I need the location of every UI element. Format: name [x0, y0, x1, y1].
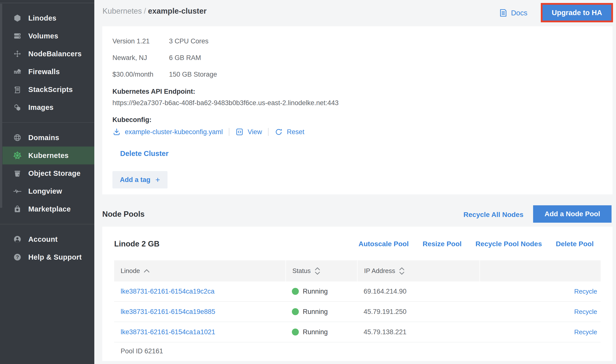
sort-asc-icon	[143, 269, 150, 273]
recycle-pool-nodes-link[interactable]: Recycle Pool Nodes	[476, 240, 542, 248]
linode-cube-icon	[13, 14, 22, 23]
node-name-link[interactable]: lke38731-62161-6154ca19e885	[114, 308, 285, 316]
node-ip: 45.79.138.221	[357, 328, 479, 336]
sidebar-item-help-support[interactable]: ? Help & Support	[0, 248, 94, 266]
images-icon	[13, 103, 22, 112]
kubeconfig-actions: example-cluster-kubeconfig.yaml View Res…	[112, 127, 603, 136]
pulse-icon	[13, 187, 22, 196]
column-header-actions	[479, 260, 601, 281]
kubernetes-helm-icon	[13, 151, 22, 160]
node-ip: 45.79.191.250	[357, 308, 479, 316]
sidebar-item-account[interactable]: Account	[0, 230, 94, 248]
sidebar-item-label: Linodes	[28, 14, 56, 22]
cluster-specs: Version 1.21 3 CPU Cores Newark, NJ 6 GB…	[112, 37, 286, 79]
recycle-node-link[interactable]: Recycle	[479, 328, 601, 336]
resize-pool-link[interactable]: Resize Pool	[423, 240, 462, 248]
api-endpoint-label: Kubernetes API Endpoint:	[112, 88, 603, 96]
node-ip: 69.164.214.90	[357, 288, 479, 295]
sidebar-item-kubernetes[interactable]: Kubernetes	[2, 147, 94, 164]
delete-pool-link[interactable]: Delete Pool	[556, 240, 594, 248]
node-name-link[interactable]: lke38731-62161-6154ca19c2ca	[114, 288, 285, 295]
sort-both-icon	[314, 267, 321, 275]
sidebar-item-label: Kubernetes	[28, 152, 69, 160]
sidebar: Linodes Volumes NodeBalancers Firewalls	[0, 0, 94, 364]
column-label: Status	[292, 267, 311, 275]
status-running-dot	[292, 308, 299, 315]
sidebar-item-label: Marketplace	[28, 205, 71, 213]
autoscale-pool-link[interactable]: Autoscale Pool	[358, 240, 409, 248]
svg-text:?: ?	[16, 254, 19, 260]
pool-name: Linode 2 GB	[114, 240, 160, 248]
cluster-ram: 6 GB RAM	[169, 54, 286, 62]
breadcrumb-section[interactable]: Kubernetes	[103, 7, 142, 15]
sidebar-item-label: Images	[28, 103, 54, 112]
column-header-linode[interactable]: Linode	[114, 260, 285, 281]
sidebar-item-label: StackScripts	[28, 86, 73, 94]
sidebar-item-marketplace[interactable]: Marketplace	[0, 200, 94, 218]
recycle-node-link[interactable]: Recycle	[479, 308, 601, 316]
node-name-link[interactable]: lke38731-62161-6154ca1a1021	[114, 328, 285, 336]
sidebar-item-label: Firewalls	[28, 68, 60, 76]
node-status: Running	[285, 308, 357, 316]
sort-both-icon	[399, 267, 405, 275]
status-label: Running	[303, 288, 328, 295]
sidebar-item-domains[interactable]: Domains	[0, 129, 94, 147]
divider	[229, 128, 229, 136]
kubeconfig-download-link[interactable]: example-cluster-kubeconfig.yaml	[125, 128, 223, 136]
add-tag-button[interactable]: Add a tag +	[112, 171, 168, 188]
stackscripts-icon	[13, 85, 22, 94]
docs-link[interactable]: Docs	[499, 8, 527, 17]
firewalls-icon	[13, 67, 22, 76]
question-mark-icon: ?	[13, 253, 22, 262]
recycle-all-nodes-link[interactable]: Recycle All Nodes	[463, 211, 523, 219]
cluster-price: $30.00/month	[112, 70, 169, 79]
upgrade-to-ha-button[interactable]: Upgrade to HA	[543, 5, 611, 21]
table-row: lke38731-62161-6154ca19e885 Running 45.7…	[114, 302, 601, 322]
sidebar-item-images[interactable]: Images	[0, 98, 94, 116]
sidebar-item-label: Account	[28, 235, 58, 243]
add-node-pool-button[interactable]: Add a Node Pool	[533, 205, 612, 223]
kubeconfig-label: Kubeconfig:	[112, 116, 603, 124]
table-row: lke38731-62161-6154ca19c2ca Running 69.1…	[114, 281, 601, 302]
delete-cluster-link[interactable]: Delete Cluster	[120, 149, 169, 158]
node-status: Running	[285, 288, 357, 295]
bucket-icon	[13, 169, 22, 178]
sidebar-item-stackscripts[interactable]: StackScripts	[0, 81, 94, 98]
table-row: lke38731-62161-6154ca1a1021 Running 45.7…	[114, 322, 601, 342]
sidebar-item-nodebalancers[interactable]: NodeBalancers	[0, 45, 94, 63]
sidebar-item-label: Domains	[28, 134, 59, 142]
api-endpoint-url: https://9e2a7307-b6ac-408f-ba62-9483b0b3…	[112, 99, 603, 107]
kubeconfig-reset-link[interactable]: Reset	[287, 128, 305, 136]
sidebar-item-object-storage[interactable]: Object Storage	[0, 164, 94, 182]
sidebar-item-longview[interactable]: Longview	[0, 182, 94, 200]
cluster-version: Version 1.21	[112, 37, 169, 45]
sidebar-divider	[0, 224, 94, 224]
volumes-icon	[13, 31, 22, 40]
add-tag-label: Add a tag	[120, 176, 150, 184]
column-label: IP Address	[364, 267, 395, 275]
sidebar-top-divider	[0, 0, 94, 3]
status-running-dot	[292, 288, 299, 295]
node-pools-title: Node Pools	[102, 210, 145, 219]
download-icon	[112, 128, 121, 136]
recycle-node-link[interactable]: Recycle	[479, 288, 601, 295]
sidebar-item-label: Longview	[28, 187, 62, 195]
sidebar-item-firewalls[interactable]: Firewalls	[0, 63, 94, 81]
pool-header-row: Linode 2 GB Autoscale Pool Resize Pool R…	[114, 227, 601, 248]
sidebar-item-linodes[interactable]: Linodes	[0, 9, 94, 27]
cluster-storage: 150 GB Storage	[169, 70, 286, 79]
main-content: Kubernetes/example-cluster Docs Upgrade …	[94, 0, 616, 364]
nodes-table-header: Linode Status IP Address	[114, 260, 601, 281]
sidebar-item-label: Help & Support	[28, 253, 82, 261]
column-header-status[interactable]: Status	[285, 260, 357, 281]
kubeconfig-view-link[interactable]: View	[248, 128, 262, 136]
breadcrumb-current-cluster: example-cluster	[148, 7, 206, 15]
sidebar-item-volumes[interactable]: Volumes	[0, 27, 94, 45]
status-running-dot	[292, 329, 299, 335]
upgrade-ha-annotation-box: Upgrade to HA	[541, 3, 613, 22]
pool-id-footer: Pool ID 62161	[114, 342, 601, 360]
sidebar-item-label: NodeBalancers	[28, 50, 82, 58]
column-header-ip-address[interactable]: IP Address	[357, 260, 479, 281]
sidebar-scrollbar-rail[interactable]	[0, 4, 2, 208]
nodebalancers-icon	[13, 49, 22, 58]
